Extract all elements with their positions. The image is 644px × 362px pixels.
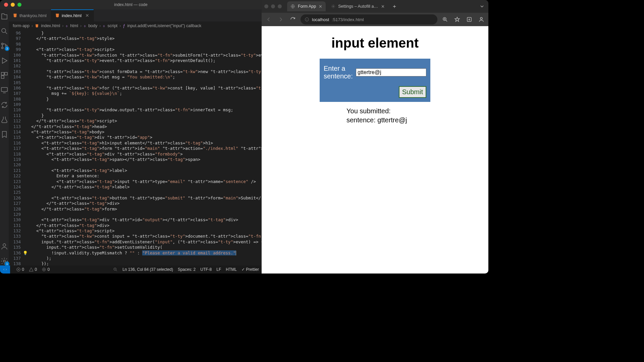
gear-icon — [331, 4, 335, 9]
new-tab-button[interactable]: ＋ — [390, 2, 399, 11]
browser-toolbar: localhost:5173/index.html — [262, 13, 488, 26]
crumb[interactable]: body — [88, 23, 97, 28]
html-file-icon — [55, 13, 60, 18]
browser-tab-formapp[interactable]: Form App ✕ — [287, 1, 326, 11]
bookmark-icon[interactable] — [0, 130, 9, 139]
status-warnings[interactable]: 0 — [29, 267, 37, 272]
svg-point-2 — [2, 47, 3, 49]
activity-bar: 3 1 — [0, 9, 9, 265]
svg-rect-6 — [1, 76, 4, 78]
submit-button[interactable]: Submit — [399, 86, 426, 98]
window-title: index.html — code — [0, 2, 262, 7]
minimize-window-button[interactable] — [271, 4, 275, 8]
status-formatter[interactable]: Prettier — [241, 267, 259, 272]
status-bar: 0 0 0 Ln 136, Col 84 (37 selected) Space… — [0, 265, 262, 274]
sentence-label: Enter a sentence: — [324, 65, 355, 80]
breadcrumbs[interactable]: form-app› index.html› ⬨html› ⬨body› ⬨scr… — [9, 21, 262, 30]
form-container: Enter a sentence: Submit — [320, 59, 430, 102]
address-bar[interactable]: localhost:5173/index.html — [301, 14, 437, 24]
code-editor[interactable]: 9697989910010110210310410510610710810911… — [9, 30, 262, 265]
status-spaces[interactable]: Spaces: 2 — [178, 267, 196, 272]
html-file-icon — [13, 13, 17, 18]
crumb[interactable]: html — [70, 23, 78, 28]
forward-button[interactable] — [276, 15, 285, 24]
crumb[interactable]: form-app — [13, 23, 30, 28]
editor-area: thankyou.html index.html form-app› index… — [9, 9, 262, 265]
window-controls — [264, 4, 282, 8]
svg-point-17 — [114, 268, 116, 270]
bookmark-star-icon[interactable] — [453, 15, 462, 24]
svg-point-16 — [42, 268, 45, 271]
status-eol[interactable]: LF — [216, 267, 221, 272]
crumb[interactable]: index.html — [41, 23, 60, 28]
remote-indicator[interactable] — [0, 265, 10, 274]
testing-icon[interactable] — [0, 115, 9, 124]
code-content[interactable]: } </"t-attr">class="t-tag">style> <"t-at… — [26, 30, 262, 265]
install-app-icon[interactable] — [465, 15, 474, 24]
browser-tab-settings[interactable]: Settings – Autofill and passw ✕ — [328, 1, 388, 11]
tab-label: index.html — [62, 13, 82, 18]
tab-overflow-icon[interactable] — [478, 3, 486, 10]
svg-point-0 — [2, 28, 6, 33]
zoom-icon[interactable] — [441, 15, 449, 24]
tab-thankyou[interactable]: thankyou.html — [9, 9, 51, 21]
page-heading: input element — [331, 36, 419, 51]
svg-point-19 — [333, 6, 334, 7]
source-control-icon[interactable]: 3 — [0, 42, 9, 50]
accounts-icon[interactable] — [0, 242, 9, 251]
run-debug-icon[interactable] — [0, 56, 9, 65]
url-host: localhost — [312, 17, 329, 22]
vscode-body: 3 1 thankyou.html index.html — [0, 9, 262, 265]
sync-icon[interactable] — [0, 101, 9, 109]
svg-rect-7 — [1, 87, 7, 92]
output-line: You submitted: — [346, 107, 430, 116]
settings-gear-icon[interactable]: 1 — [0, 257, 9, 265]
output-text: You submitted: sentence: gttertre@j — [320, 107, 430, 125]
tab-label: thankyou.html — [19, 13, 47, 18]
globe-icon — [290, 4, 295, 9]
output-line: sentence: gttertre@j — [346, 116, 430, 125]
close-tab-icon[interactable]: ✕ — [381, 4, 385, 9]
crumb[interactable]: script — [107, 23, 117, 28]
tab-label: Form App — [298, 4, 316, 9]
close-tab-icon[interactable]: ✕ — [319, 4, 322, 9]
status-cursor[interactable]: Ln 136, Col 84 (37 selected) — [122, 267, 173, 272]
sentence-input[interactable] — [356, 68, 426, 76]
status-errors[interactable]: 0 — [16, 267, 24, 272]
form-row: Enter a sentence: — [324, 65, 426, 80]
lightbulb-icon[interactable]: 💡 — [23, 250, 28, 256]
editor-tabs: thankyou.html index.html — [9, 9, 262, 21]
profile-avatar-icon[interactable] — [477, 15, 486, 24]
svg-rect-4 — [1, 72, 4, 75]
status-encoding[interactable]: UTF-8 — [200, 267, 212, 272]
extensions-icon[interactable] — [0, 71, 9, 80]
back-button[interactable] — [264, 15, 273, 24]
browser-window: Form App ✕ Settings – Autofill and passw… — [262, 0, 488, 274]
search-icon[interactable] — [0, 27, 9, 36]
vscode-titlebar: index.html — code — [0, 0, 262, 9]
status-language[interactable]: HTML — [226, 267, 237, 272]
svg-point-23 — [480, 17, 482, 19]
svg-point-8 — [3, 244, 6, 246]
vscode-window: index.html — code 3 1 thankyou.html — [0, 0, 262, 274]
status-search[interactable] — [113, 267, 118, 272]
crumb[interactable]: input.addEventListener("input") callback — [127, 23, 201, 28]
remote-explorer-icon[interactable] — [0, 86, 9, 95]
browser-tabstrip: Form App ✕ Settings – Autofill and passw… — [262, 0, 488, 13]
svg-point-15 — [43, 269, 45, 270]
close-tab-icon[interactable] — [85, 13, 90, 18]
url-rest: :5173/index.html — [332, 17, 364, 22]
svg-rect-5 — [5, 72, 7, 75]
status-port[interactable]: 0 — [42, 267, 50, 272]
maximize-window-button[interactable] — [278, 4, 282, 8]
close-window-button[interactable] — [264, 4, 268, 8]
svg-point-1 — [2, 43, 3, 45]
reload-button[interactable] — [288, 15, 297, 24]
site-info-icon[interactable] — [305, 17, 309, 22]
line-numbers: 9697989910010110210310410510610710810911… — [9, 30, 26, 265]
tab-index[interactable]: index.html — [51, 9, 94, 21]
explorer-icon[interactable] — [0, 12, 9, 21]
html-file-icon — [35, 24, 39, 28]
rendered-page: input element Enter a sentence: Submit Y… — [262, 26, 488, 274]
tab-label: Settings – Autofill and passw — [338, 4, 378, 9]
